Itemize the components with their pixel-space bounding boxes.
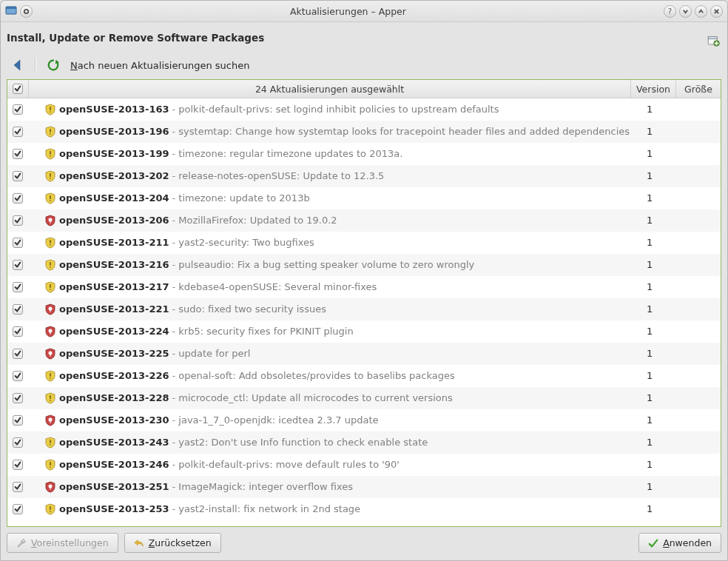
row-severity-icon (28, 281, 59, 293)
help-button[interactable]: ? (664, 5, 676, 18)
row-checkbox[interactable] (13, 393, 23, 403)
app-window: Aktualisierungen – Apper ? Install, Upda… (0, 0, 728, 561)
row-checkbox-cell (7, 460, 28, 470)
header-version[interactable]: Version (631, 80, 676, 98)
row-checkbox[interactable] (13, 215, 23, 226)
table-row[interactable]: openSUSE-2013-243 - yast2: Don't use Inf… (7, 431, 721, 454)
table-row[interactable]: openSUSE-2013-253 - yast2-install: fix n… (7, 498, 721, 520)
reset-button[interactable]: Zurücksetzen (124, 533, 221, 553)
table-row[interactable]: openSUSE-2013-202 - release-notes-openSU… (7, 165, 721, 187)
row-checkbox-cell (7, 215, 28, 226)
update-description: release-notes-openSUSE: Update to 12.3.5 (178, 170, 384, 181)
table-row[interactable]: openSUSE-2013-204 - timezone: update to … (7, 187, 721, 209)
row-name-cell: openSUSE-2013-204 - timezone: update to … (59, 192, 644, 204)
row-checkbox[interactable] (13, 127, 23, 137)
table-row[interactable]: openSUSE-2013-251 - ImageMagick: integer… (7, 476, 721, 498)
row-checkbox[interactable] (13, 460, 23, 470)
install-local-package-button[interactable] (705, 32, 721, 48)
svg-rect-22 (50, 244, 51, 246)
update-id: openSUSE-2013-243 (59, 437, 169, 448)
row-version: 1 (644, 459, 682, 470)
table-row[interactable]: openSUSE-2013-217 - kdebase4-openSUSE: S… (7, 276, 721, 298)
table-row[interactable]: openSUSE-2013-230 - java-1_7_0-openjdk: … (7, 409, 721, 431)
row-version: 1 (644, 392, 682, 403)
update-id: openSUSE-2013-163 (59, 104, 169, 115)
close-button[interactable] (710, 5, 723, 18)
separator (35, 58, 36, 73)
row-name-cell: openSUSE-2013-253 - yast2-install: fix n… (59, 503, 644, 514)
table-row[interactable]: openSUSE-2013-206 - MozillaFirefox: Upda… (7, 209, 721, 232)
row-checkbox[interactable] (13, 238, 23, 248)
row-checkbox[interactable] (13, 349, 23, 359)
header-select-all[interactable] (7, 80, 29, 98)
select-all-checkbox[interactable] (13, 84, 23, 94)
svg-rect-21 (50, 240, 51, 243)
svg-rect-32 (50, 354, 50, 356)
row-checkbox[interactable] (13, 171, 23, 181)
table-row[interactable]: openSUSE-2013-221 - sudo: fixed two secu… (7, 298, 721, 320)
row-checkbox-cell (7, 482, 28, 492)
row-severity-icon (28, 259, 59, 271)
back-button[interactable] (8, 57, 27, 73)
row-checkbox-cell (7, 393, 28, 403)
table-row[interactable]: openSUSE-2013-196 - systemtap: Change ho… (7, 121, 721, 143)
update-description: yast2-security: Two bugfixes (178, 237, 314, 248)
header-size[interactable]: Größe (676, 80, 721, 98)
row-checkbox[interactable] (13, 482, 23, 492)
refresh-icon[interactable] (44, 57, 63, 73)
keep-above-button[interactable] (20, 5, 33, 18)
row-checkbox[interactable] (13, 304, 23, 315)
svg-rect-11 (50, 129, 51, 132)
row-version: 1 (644, 481, 682, 492)
row-checkbox-cell (7, 127, 28, 137)
row-checkbox[interactable] (13, 282, 23, 292)
row-severity-icon (28, 303, 59, 315)
header-selected-count[interactable]: 24 Aktualisierungen ausgewählt (29, 80, 631, 98)
row-severity-icon (28, 459, 59, 471)
refresh-label[interactable]: Nach neuen Aktualisierungen suchen (70, 60, 249, 71)
row-name-cell: openSUSE-2013-211 - yast2-security: Two … (59, 237, 644, 248)
row-checkbox-cell (7, 349, 28, 359)
update-description: polkit-default-privs: move default rules… (178, 459, 400, 470)
row-checkbox[interactable] (13, 371, 23, 381)
row-name-cell: openSUSE-2013-163 - polkit-default-privs… (59, 104, 644, 115)
update-id: openSUSE-2013-211 (59, 237, 169, 248)
row-name-cell: openSUSE-2013-224 - krb5: security fixes… (59, 326, 644, 337)
svg-rect-34 (50, 377, 51, 379)
table-row[interactable]: openSUSE-2013-225 - update for perl1 (7, 343, 721, 365)
update-description: polkit-default-privs: set logind inhibit… (178, 104, 499, 115)
table-row[interactable]: openSUSE-2013-163 - polkit-default-privs… (7, 98, 721, 121)
update-description: kdebase4-openSUSE: Several minor-fixes (178, 281, 377, 292)
update-description: sudo: fixed two security issues (178, 303, 326, 315)
table-row[interactable]: openSUSE-2013-211 - yast2-security: Two … (7, 232, 721, 254)
row-severity-icon (28, 370, 59, 382)
table-row[interactable]: openSUSE-2013-224 - krb5: security fixes… (7, 320, 721, 343)
settings-button[interactable]: Voreinstellungen (7, 533, 118, 553)
minimize-button[interactable] (679, 5, 692, 18)
row-severity-icon (28, 237, 59, 249)
row-checkbox[interactable] (13, 260, 23, 270)
apply-button[interactable]: Anwenden (638, 533, 721, 553)
row-version: 1 (644, 503, 682, 514)
row-version: 1 (644, 237, 682, 248)
update-description: timezone: regular timezone updates to 20… (178, 148, 402, 159)
table-row[interactable]: openSUSE-2013-226 - openal-soft: Add obs… (7, 365, 721, 387)
table-row[interactable]: openSUSE-2013-228 - microcode_ctl: Updat… (7, 387, 721, 409)
row-checkbox[interactable] (13, 193, 23, 204)
update-description: timezone: update to 2013b (178, 192, 309, 204)
svg-rect-10 (50, 111, 51, 112)
maximize-button[interactable] (695, 5, 707, 18)
table-row[interactable]: openSUSE-2013-246 - polkit-default-privs… (7, 454, 721, 476)
table-row[interactable]: openSUSE-2013-199 - timezone: regular ti… (7, 143, 721, 165)
table-row[interactable]: openSUSE-2013-216 - pulseaudio: Fix a bu… (7, 254, 721, 276)
row-checkbox[interactable] (13, 149, 23, 159)
row-checkbox[interactable] (13, 415, 23, 426)
row-checkbox[interactable] (13, 437, 23, 448)
row-checkbox-cell (7, 260, 28, 270)
row-checkbox[interactable] (13, 326, 23, 337)
row-severity-icon (28, 414, 59, 426)
svg-rect-18 (50, 200, 51, 201)
row-checkbox[interactable] (13, 104, 23, 115)
row-checkbox[interactable] (13, 504, 23, 514)
update-description: microcode_ctl: Update all microcodes to … (178, 392, 452, 403)
